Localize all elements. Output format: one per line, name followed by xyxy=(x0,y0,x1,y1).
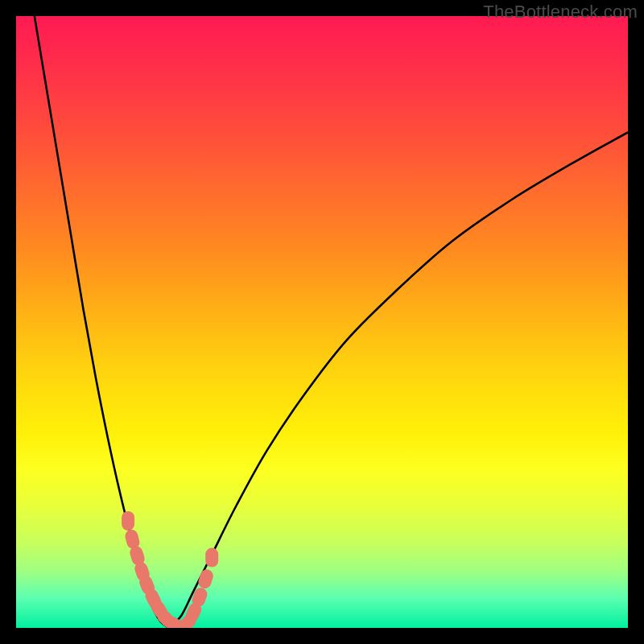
curve-right-branch xyxy=(169,132,628,628)
data-marker xyxy=(196,568,214,590)
chart-frame: TheBottleneck.com xyxy=(0,0,644,644)
curve-layer xyxy=(16,16,628,628)
curve-left-branch xyxy=(35,16,169,628)
data-marker xyxy=(122,511,134,530)
plot-area xyxy=(16,16,628,628)
data-marker xyxy=(205,548,218,568)
watermark-text: TheBottleneck.com xyxy=(483,2,638,23)
